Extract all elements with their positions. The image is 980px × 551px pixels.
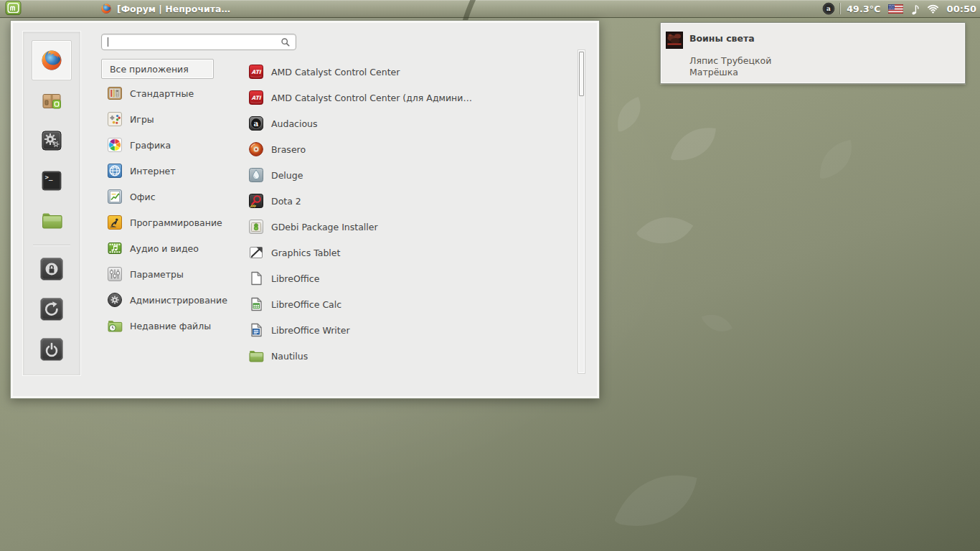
- item-label: AMD Catalyst Control Center: [271, 67, 400, 77]
- item-label: Параметры: [130, 269, 184, 280]
- application-item[interactable]: GDebi Package Installer: [242, 214, 575, 240]
- item-label: Аудио и видео: [130, 243, 199, 254]
- search-icon: [281, 37, 291, 47]
- amd-icon: ATI: [248, 63, 265, 80]
- application-item[interactable]: Dota 2: [242, 188, 575, 214]
- taskbar-window-button[interactable]: [Форум | Непрочита…: [95, 0, 236, 17]
- scrollbar-thumb[interactable]: [579, 52, 584, 96]
- favorites-separator: [33, 245, 70, 245]
- favorite-button[interactable]: [32, 121, 72, 161]
- system-tray: a 49.3°C 00:50: [822, 0, 976, 17]
- category-item[interactable]: Офис: [101, 184, 242, 209]
- dota2-icon: [248, 192, 265, 209]
- audacious-tray-icon[interactable]: a: [822, 2, 835, 15]
- mint-menu-button[interactable]: [5, 1, 22, 16]
- files-icon: [40, 209, 63, 232]
- item-label: Dota 2: [271, 196, 301, 207]
- category-item[interactable]: Игры: [101, 106, 242, 132]
- category-item[interactable]: Администрирование: [101, 287, 242, 313]
- svg-text:ATI: ATI: [251, 95, 261, 101]
- all-applications-label: Все приложения: [110, 64, 189, 75]
- application-item[interactable]: LibreOffice Calc: [242, 291, 575, 317]
- item-label: Офис: [130, 192, 156, 202]
- games-icon: [106, 110, 123, 128]
- amd-icon: ATI: [248, 89, 265, 106]
- tray-separator: [840, 3, 841, 14]
- item-label: Graphics Tablet: [271, 248, 340, 258]
- music-note-icon[interactable]: [911, 3, 920, 15]
- software-manager-icon: [40, 89, 63, 112]
- svg-text:a: a: [826, 5, 831, 12]
- recent-files-icon: [106, 317, 123, 334]
- item-label: Игры: [130, 114, 154, 125]
- favorites-panel: >_: [23, 32, 80, 375]
- application-item[interactable]: Graphics Tablet: [242, 240, 575, 265]
- session-button[interactable]: [32, 249, 72, 289]
- programming-icon: [106, 214, 123, 231]
- scrollbar-track[interactable]: [578, 50, 585, 373]
- window-title: [Форум | Непрочита…: [117, 4, 230, 14]
- mint-menu-popup: >_ Все приложения СтандартныеИгрыГрафика…: [10, 20, 600, 399]
- application-list: ATIAMD Catalyst Control CenterATIAMD Cat…: [242, 59, 575, 369]
- category-item[interactable]: Графика: [101, 132, 242, 158]
- accessories-icon: [106, 85, 123, 102]
- item-label: Audacious: [271, 118, 318, 129]
- application-item[interactable]: aAudacious: [242, 110, 575, 136]
- favorite-button[interactable]: [32, 201, 72, 241]
- lock-icon: [39, 257, 64, 281]
- text-caret: [108, 37, 108, 47]
- preferences-icon: [106, 265, 123, 283]
- category-item[interactable]: Недавние файлы: [101, 313, 242, 339]
- desktop: [Форум | Непрочита… a 49.3°C 00:50 >_ Вс: [0, 0, 980, 551]
- mint-logo-icon: [5, 1, 22, 17]
- favorite-button[interactable]: [32, 40, 72, 80]
- item-label: Nautilus: [271, 351, 308, 362]
- favorite-button[interactable]: >_: [32, 161, 72, 201]
- category-item[interactable]: Программирование: [101, 209, 242, 235]
- category-item[interactable]: Интернет: [101, 158, 242, 184]
- item-label: Графика: [130, 140, 171, 151]
- search-input[interactable]: [106, 35, 281, 50]
- favorite-button[interactable]: [32, 80, 72, 121]
- svg-text:ATI: ATI: [251, 69, 261, 75]
- favorites-list: >_: [24, 32, 80, 241]
- application-item[interactable]: ATIAMD Catalyst Control Center (для Адми…: [242, 85, 575, 110]
- music-notification[interactable]: Воины света Ляпис Трубецкой Матрёшка: [660, 22, 966, 84]
- application-item[interactable]: ATIAMD Catalyst Control Center: [242, 59, 575, 85]
- item-label: Интернет: [130, 166, 176, 176]
- clock-applet[interactable]: 00:50: [947, 4, 976, 14]
- category-item[interactable]: Стандартные: [101, 80, 242, 106]
- all-applications-button[interactable]: Все приложения: [101, 59, 214, 79]
- administration-icon: [106, 291, 123, 309]
- keyboard-layout-flag-icon[interactable]: [888, 4, 903, 14]
- firefox-icon: [40, 49, 63, 72]
- notification-artist: Ляпис Трубецкой: [689, 55, 771, 66]
- item-label: AMD Catalyst Control Center (для Админи…: [271, 93, 472, 103]
- top-panel: [Форум | Непрочита… a 49.3°C 00:50: [0, 0, 980, 18]
- notification-track: Матрёшка: [689, 67, 738, 77]
- temperature-applet[interactable]: 49.3°C: [847, 4, 880, 14]
- wifi-icon[interactable]: [926, 4, 940, 14]
- item-label: Администрирование: [130, 295, 227, 306]
- session-button[interactable]: [32, 289, 72, 329]
- brasero-icon: [248, 141, 265, 158]
- application-item[interactable]: Nautilus: [242, 343, 575, 369]
- firefox-icon: [100, 3, 112, 14]
- logout-icon: [39, 297, 64, 321]
- category-item[interactable]: Аудио и видео: [101, 235, 242, 261]
- graphics-icon: [106, 136, 123, 154]
- shutdown-icon: [39, 337, 64, 362]
- libreoffice-icon: [248, 270, 265, 287]
- album-art: [666, 32, 683, 49]
- application-item[interactable]: Deluge: [242, 162, 575, 188]
- svg-text:a: a: [254, 119, 259, 128]
- category-item[interactable]: Параметры: [101, 261, 242, 287]
- item-label: LibreOffice: [271, 273, 319, 284]
- application-item[interactable]: LibreOffice Writer: [242, 317, 575, 343]
- session-button[interactable]: [32, 329, 72, 369]
- session-buttons: [24, 249, 80, 369]
- application-item[interactable]: Brasero: [242, 136, 575, 162]
- system-settings-icon: [40, 129, 63, 152]
- application-item[interactable]: LibreOffice: [242, 265, 575, 291]
- category-list: СтандартныеИгрыГрафикаИнтернетОфисПрогра…: [101, 80, 242, 339]
